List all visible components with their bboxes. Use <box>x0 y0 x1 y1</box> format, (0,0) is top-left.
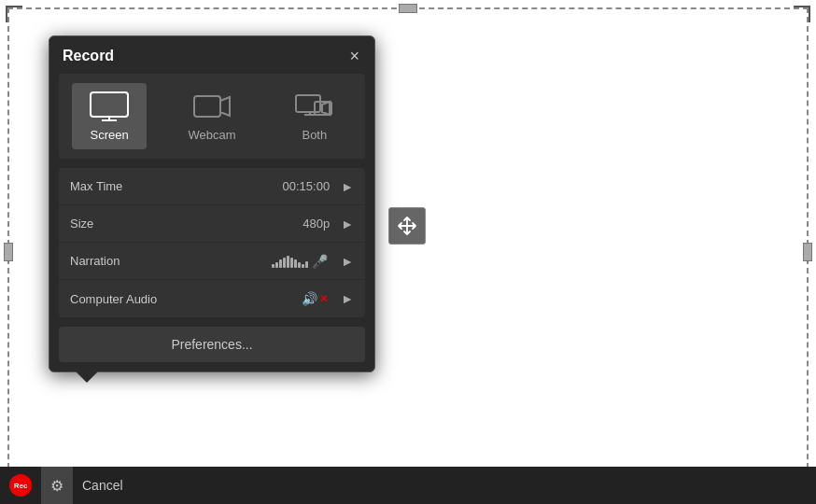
mode-webcam-label: Webcam <box>188 128 235 142</box>
max-time-value: 00:15:00 <box>283 179 331 193</box>
vol-bar-9 <box>302 264 304 268</box>
dialog-title: Record <box>63 48 114 64</box>
setting-computer-audio: Computer Audio 🔊 ✕ ► <box>59 280 365 317</box>
handle-left[interactable] <box>4 243 13 261</box>
cancel-button[interactable]: Cancel <box>73 467 133 504</box>
vol-bar-6 <box>290 258 293 268</box>
mode-section: Screen Webcam <box>59 74 365 159</box>
rec-label: Rec <box>14 482 28 490</box>
size-value: 480p <box>302 217 330 231</box>
dialog-tail <box>76 371 98 383</box>
narration-indicator: 🎤 <box>272 254 331 269</box>
preferences-button[interactable]: Preferences... <box>59 327 365 362</box>
computer-audio-chevron[interactable]: ► <box>335 291 354 306</box>
vol-bar-2 <box>275 262 278 268</box>
mode-both-label: Both <box>302 128 327 142</box>
setting-max-time: Max Time 00:15:00 ► <box>59 168 365 205</box>
move-icon[interactable] <box>388 207 426 245</box>
close-button[interactable]: × <box>347 48 361 64</box>
computer-audio-label: Computer Audio <box>70 292 302 306</box>
svg-rect-4 <box>194 96 220 117</box>
max-time-chevron[interactable]: ► <box>335 179 354 194</box>
record-dialog: Record × Screen Webcam <box>49 35 375 372</box>
svg-rect-0 <box>91 92 128 117</box>
svg-marker-5 <box>220 97 230 116</box>
settings-section: Max Time 00:15:00 ► Size 480p ► Narratio… <box>59 168 365 317</box>
corner-tl <box>6 6 22 22</box>
vol-bar-4 <box>283 258 286 268</box>
vol-bar-3 <box>279 259 282 268</box>
handle-right[interactable] <box>803 243 812 261</box>
both-icon <box>294 91 335 122</box>
vol-bar-7 <box>294 259 297 268</box>
gear-icon: ⚙ <box>50 477 63 495</box>
mode-screen-label: Screen <box>91 128 129 142</box>
setting-narration: Narration 🎤 ► <box>59 243 365 280</box>
webcam-icon <box>191 91 232 122</box>
handle-top[interactable] <box>399 4 417 13</box>
svg-marker-11 <box>322 102 330 115</box>
bottom-bar: Rec ⚙ Cancel <box>0 467 816 504</box>
narration-chevron[interactable]: ► <box>335 254 354 269</box>
corner-tr <box>794 6 810 22</box>
preferences-section: Preferences... <box>59 327 365 362</box>
screen-icon <box>89 91 130 122</box>
mute-x-icon: ✕ <box>319 293 328 305</box>
computer-audio-indicator: 🔊 ✕ <box>302 291 331 306</box>
vol-bar-8 <box>298 262 301 268</box>
gear-button[interactable]: ⚙ <box>41 467 73 504</box>
max-time-label: Max Time <box>70 179 283 193</box>
mode-both-button[interactable]: Both <box>277 83 352 149</box>
vol-bar-1 <box>272 264 274 268</box>
rec-dot: Rec <box>9 474 32 497</box>
setting-size: Size 480p ► <box>59 205 365 243</box>
narration-vol-bars <box>272 255 308 268</box>
mode-webcam-button[interactable]: Webcam <box>173 83 250 149</box>
vol-bar-10 <box>305 261 308 268</box>
vol-bar-5 <box>287 256 289 268</box>
speaker-icon: 🔊 <box>302 291 317 306</box>
dialog-header: Record × <box>49 36 374 74</box>
svg-rect-6 <box>296 95 320 112</box>
mic-icon: 🎤 <box>312 254 328 269</box>
size-label: Size <box>70 217 302 231</box>
size-chevron[interactable]: ► <box>335 217 354 231</box>
mode-screen-button[interactable]: Screen <box>72 83 147 149</box>
narration-label: Narration <box>70 254 272 268</box>
rec-button[interactable]: Rec <box>0 467 41 504</box>
